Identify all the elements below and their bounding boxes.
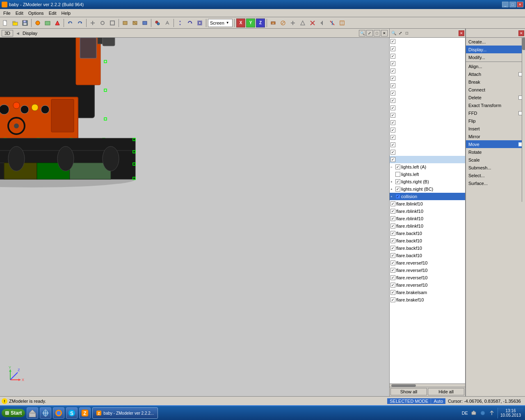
tray-icon-3[interactable]	[488, 410, 495, 416]
item-checkbox[interactable]	[390, 260, 395, 265]
item-checkbox[interactable]	[390, 120, 395, 125]
minimize-button[interactable]: _	[502, 2, 509, 7]
rph-close-btn[interactable]: ✕	[459, 30, 464, 36]
item-checkbox[interactable]	[390, 91, 395, 96]
taskbar-icon-1[interactable]	[27, 407, 38, 419]
list-item-flare14[interactable]: flare.brakef10	[390, 296, 465, 304]
h-scrollbar[interactable]	[390, 383, 465, 387]
item-checkbox[interactable]	[390, 283, 395, 288]
list-item[interactable]	[390, 134, 465, 141]
list-item-lights-night-bc[interactable]: + lights.night (BC)	[390, 185, 465, 193]
expand-icon[interactable]: −	[390, 165, 395, 169]
menu-file[interactable]: File	[1, 10, 13, 16]
ops-display[interactable]: Display...	[466, 46, 525, 53]
taskbar-icon-2[interactable]	[40, 407, 51, 419]
item-checkbox[interactable]	[395, 172, 400, 177]
list-item[interactable]	[390, 104, 465, 112]
viewport-canvas[interactable]: DAF	[0, 38, 389, 396]
item-checkbox[interactable]	[390, 68, 395, 73]
item-checkbox[interactable]	[390, 224, 395, 228]
list-item-flare5[interactable]: flare.backf10	[390, 230, 465, 237]
viewport-max-btn[interactable]: □	[374, 30, 380, 37]
ops-close-button[interactable]: ✕	[518, 30, 524, 36]
taskbar-active-app[interactable]: Z baby - ZModeler ver 2.2.2...	[92, 407, 158, 419]
ops-exact-transform[interactable]: Exact Transform	[466, 101, 525, 109]
list-item-flare13[interactable]: flare.brakelsam	[390, 289, 465, 296]
menu-edit[interactable]: Edit	[13, 10, 26, 16]
item-checkbox[interactable]	[390, 231, 395, 236]
list-item[interactable]	[390, 67, 465, 75]
toolbar-btn-4[interactable]	[43, 18, 52, 27]
viewport-zoom-btn[interactable]: 🔍	[359, 30, 365, 37]
list-item[interactable]	[390, 45, 465, 52]
toolbar-btn-a[interactable]	[88, 18, 97, 27]
item-checkbox[interactable]	[390, 238, 395, 243]
viewport-close-btn[interactable]: ✕	[381, 30, 388, 37]
rph-search-btn[interactable]: 🔍	[390, 30, 397, 37]
list-item-lights-left[interactable]: lights.left	[390, 171, 465, 178]
list-item[interactable]	[390, 126, 465, 134]
item-checkbox[interactable]	[390, 135, 395, 140]
toolbar-btn-p[interactable]	[338, 18, 347, 27]
item-checkbox[interactable]	[390, 61, 395, 66]
save-button[interactable]	[21, 18, 30, 27]
ops-delete[interactable]: Delete	[466, 94, 525, 101]
object-list-container[interactable]: − lights.left (A) lights.left + lights.r…	[390, 38, 465, 383]
item-checkbox[interactable]	[395, 194, 400, 199]
ops-align[interactable]: Align...	[466, 62, 525, 70]
toolbar-btn-b[interactable]	[98, 18, 107, 27]
list-item-flare6[interactable]: flare.backf10	[390, 237, 465, 244]
item-checkbox[interactable]	[390, 268, 395, 273]
toolbar-btn-e[interactable]	[130, 18, 139, 27]
item-checkbox[interactable]	[390, 253, 395, 258]
expand-icon[interactable]: +	[390, 187, 395, 191]
rph-arrows-btn[interactable]: ⤢	[397, 30, 404, 37]
ops-submesh[interactable]: Submesh...	[466, 164, 525, 171]
axis-y-button[interactable]: Y	[246, 18, 255, 27]
list-item-flare8[interactable]: flare.backf10	[390, 252, 465, 259]
item-checkbox[interactable]	[390, 297, 395, 302]
item-checkbox[interactable]	[390, 105, 395, 110]
taskbar-icon-4[interactable]: S	[66, 407, 78, 419]
toolbar-btn-j[interactable]	[278, 18, 288, 27]
item-checkbox[interactable]	[390, 150, 395, 155]
undo-button[interactable]	[66, 18, 75, 27]
list-item-collision[interactable]: + collision	[390, 193, 465, 200]
ops-insert[interactable]: Insert	[466, 125, 525, 132]
close-button[interactable]: ✕	[517, 2, 523, 7]
list-item-flare2[interactable]: flare.rblinkf10	[390, 208, 465, 215]
ops-create[interactable]: Create...	[466, 38, 525, 46]
list-item-flare4[interactable]: flare.rblinkf10	[390, 222, 465, 230]
list-item-flare1[interactable]: flare.lblinkf10	[390, 200, 465, 208]
ops-scrollbar-thumb[interactable]	[522, 38, 525, 50]
ops-scale[interactable]: Scale	[466, 156, 525, 164]
viewport-arrows-btn[interactable]: ⤢	[366, 30, 373, 37]
toolbar-btn-o[interactable]	[328, 18, 337, 27]
toolbar-btn-g[interactable]	[153, 18, 162, 27]
expand-icon[interactable]: +	[390, 195, 395, 199]
list-item[interactable]	[390, 82, 465, 89]
item-checkbox[interactable]	[390, 216, 395, 221]
item-checkbox[interactable]	[395, 179, 400, 184]
list-item-flare11[interactable]: flare.reversef10	[390, 274, 465, 281]
scale-toolbar-btn[interactable]	[195, 18, 204, 27]
list-item[interactable]	[390, 60, 465, 67]
toolbar-btn-h[interactable]	[163, 18, 172, 27]
list-item[interactable]	[390, 52, 465, 60]
ops-attach[interactable]: Attach	[466, 70, 525, 78]
item-checkbox[interactable]	[395, 187, 400, 192]
toolbar-btn-c[interactable]	[108, 18, 117, 27]
item-checkbox[interactable]	[390, 98, 395, 103]
new-button[interactable]	[1, 18, 10, 27]
list-item[interactable]	[390, 141, 465, 148]
viewport-3d-btn[interactable]: 3D	[2, 30, 13, 37]
item-checkbox[interactable]	[390, 83, 395, 88]
ops-modify[interactable]: Modify...	[466, 53, 525, 61]
item-checkbox[interactable]	[390, 128, 395, 132]
ops-scrollbar[interactable]	[522, 38, 525, 202]
rph-max-btn[interactable]: □	[404, 30, 410, 37]
list-item-flare3[interactable]: flare.rblinkf10	[390, 215, 465, 222]
item-checkbox[interactable]	[390, 209, 395, 214]
hide-all-button[interactable]: Hide all	[428, 388, 464, 395]
item-checkbox[interactable]	[390, 275, 395, 280]
